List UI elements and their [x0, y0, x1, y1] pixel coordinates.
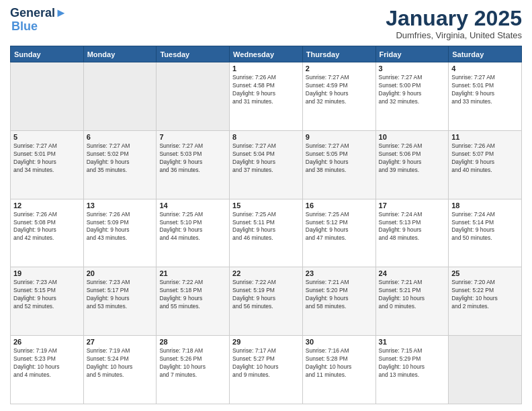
- day-info: Sunrise: 7:27 AM Sunset: 5:03 PM Dayligh…: [159, 142, 226, 175]
- day-info: Sunrise: 7:24 AM Sunset: 5:14 PM Dayligh…: [451, 211, 519, 243]
- calendar-cell: 9Sunrise: 7:27 AM Sunset: 5:05 PM Daylig…: [302, 130, 375, 199]
- day-info: Sunrise: 7:26 AM Sunset: 5:07 PM Dayligh…: [451, 142, 519, 175]
- day-number: 6: [87, 133, 154, 141]
- day-number: 16: [306, 201, 373, 210]
- calendar-cell: 14Sunrise: 7:25 AM Sunset: 5:10 PM Dayli…: [157, 199, 230, 267]
- header: General► Blue January 2025 Dumfries, Vir…: [10, 7, 522, 40]
- day-number: 7: [159, 133, 226, 141]
- col-header-thursday: Thursday: [302, 46, 375, 62]
- day-info: Sunrise: 7:23 AM Sunset: 5:15 PM Dayligh…: [13, 279, 81, 311]
- calendar-cell: 29Sunrise: 7:17 AM Sunset: 5:27 PM Dayli…: [230, 336, 303, 404]
- calendar-cell: 7Sunrise: 7:27 AM Sunset: 5:03 PM Daylig…: [157, 130, 230, 199]
- day-number: 9: [306, 133, 373, 141]
- day-number: 17: [379, 201, 446, 210]
- day-number: 24: [379, 269, 446, 277]
- calendar-cell: 8Sunrise: 7:27 AM Sunset: 5:04 PM Daylig…: [230, 130, 303, 199]
- day-info: Sunrise: 7:27 AM Sunset: 5:02 PM Dayligh…: [87, 142, 154, 175]
- day-info: Sunrise: 7:19 AM Sunset: 5:23 PM Dayligh…: [13, 347, 81, 379]
- calendar-cell: 19Sunrise: 7:23 AM Sunset: 5:15 PM Dayli…: [11, 267, 84, 336]
- day-number: 13: [87, 201, 154, 210]
- calendar-cell: 24Sunrise: 7:21 AM Sunset: 5:21 PM Dayli…: [375, 267, 449, 336]
- day-info: Sunrise: 7:26 AM Sunset: 5:08 PM Dayligh…: [13, 211, 81, 243]
- calendar-header-row: SundayMondayTuesdayWednesdayThursdayFrid…: [11, 46, 522, 62]
- day-info: Sunrise: 7:26 AM Sunset: 5:06 PM Dayligh…: [379, 142, 446, 175]
- day-number: 21: [159, 269, 226, 277]
- day-number: 11: [451, 133, 519, 141]
- logo-general: General: [10, 6, 55, 19]
- col-header-tuesday: Tuesday: [157, 46, 230, 62]
- day-number: 18: [451, 201, 519, 210]
- calendar-cell: 1Sunrise: 7:26 AM Sunset: 4:58 PM Daylig…: [230, 62, 303, 131]
- calendar-cell: 26Sunrise: 7:19 AM Sunset: 5:23 PM Dayli…: [11, 336, 84, 404]
- calendar-cell: 22Sunrise: 7:22 AM Sunset: 5:19 PM Dayli…: [230, 267, 303, 336]
- col-header-wednesday: Wednesday: [230, 46, 303, 62]
- day-info: Sunrise: 7:18 AM Sunset: 5:26 PM Dayligh…: [159, 347, 226, 379]
- day-info: Sunrise: 7:25 AM Sunset: 5:11 PM Dayligh…: [232, 211, 300, 243]
- day-info: Sunrise: 7:25 AM Sunset: 5:12 PM Dayligh…: [306, 211, 373, 243]
- day-info: Sunrise: 7:27 AM Sunset: 5:01 PM Dayligh…: [13, 142, 81, 175]
- calendar-cell: 31Sunrise: 7:15 AM Sunset: 5:29 PM Dayli…: [375, 336, 449, 404]
- calendar-page: General► Blue January 2025 Dumfries, Vir…: [0, 0, 532, 411]
- day-info: Sunrise: 7:27 AM Sunset: 5:00 PM Dayligh…: [379, 74, 446, 106]
- day-info: Sunrise: 7:27 AM Sunset: 5:01 PM Dayligh…: [451, 74, 519, 106]
- day-number: 19: [13, 269, 81, 277]
- calendar-cell: 27Sunrise: 7:19 AM Sunset: 5:24 PM Dayli…: [83, 336, 157, 404]
- day-info: Sunrise: 7:19 AM Sunset: 5:24 PM Dayligh…: [87, 347, 154, 379]
- calendar-cell: 25Sunrise: 7:20 AM Sunset: 5:22 PM Dayli…: [449, 267, 522, 336]
- day-info: Sunrise: 7:25 AM Sunset: 5:10 PM Dayligh…: [159, 211, 226, 243]
- day-number: 27: [87, 338, 154, 346]
- day-number: 10: [379, 133, 446, 141]
- day-number: 25: [451, 269, 519, 277]
- day-info: Sunrise: 7:27 AM Sunset: 5:05 PM Dayligh…: [306, 142, 373, 175]
- calendar-cell: 5Sunrise: 7:27 AM Sunset: 5:01 PM Daylig…: [11, 130, 84, 199]
- day-number: 1: [232, 64, 300, 73]
- day-info: Sunrise: 7:22 AM Sunset: 5:18 PM Dayligh…: [159, 279, 226, 311]
- day-info: Sunrise: 7:27 AM Sunset: 4:59 PM Dayligh…: [306, 74, 373, 106]
- day-number: 26: [13, 338, 81, 346]
- calendar-cell: 21Sunrise: 7:22 AM Sunset: 5:18 PM Dayli…: [157, 267, 230, 336]
- col-header-friday: Friday: [375, 46, 449, 62]
- day-number: 15: [232, 201, 300, 210]
- logo: General► Blue: [10, 7, 67, 32]
- calendar-cell: [449, 336, 522, 404]
- day-number: 2: [306, 64, 373, 73]
- day-info: Sunrise: 7:17 AM Sunset: 5:27 PM Dayligh…: [232, 347, 300, 379]
- calendar-cell: 28Sunrise: 7:18 AM Sunset: 5:26 PM Dayli…: [157, 336, 230, 404]
- calendar-week-row: 1Sunrise: 7:26 AM Sunset: 4:58 PM Daylig…: [11, 62, 522, 131]
- col-header-sunday: Sunday: [11, 46, 84, 62]
- day-number: 29: [232, 338, 300, 346]
- calendar-cell: 18Sunrise: 7:24 AM Sunset: 5:14 PM Dayli…: [449, 199, 522, 267]
- location: Dumfries, Virginia, United States: [386, 30, 522, 40]
- day-info: Sunrise: 7:20 AM Sunset: 5:22 PM Dayligh…: [451, 279, 519, 311]
- day-number: 4: [451, 64, 519, 73]
- day-info: Sunrise: 7:24 AM Sunset: 5:13 PM Dayligh…: [379, 211, 446, 243]
- day-info: Sunrise: 7:15 AM Sunset: 5:29 PM Dayligh…: [379, 347, 446, 379]
- day-info: Sunrise: 7:27 AM Sunset: 5:04 PM Dayligh…: [232, 142, 300, 175]
- calendar-cell: 3Sunrise: 7:27 AM Sunset: 5:00 PM Daylig…: [375, 62, 449, 131]
- day-number: 8: [232, 133, 300, 141]
- calendar-cell: 4Sunrise: 7:27 AM Sunset: 5:01 PM Daylig…: [449, 62, 522, 131]
- col-header-saturday: Saturday: [449, 46, 522, 62]
- day-number: 23: [306, 269, 373, 277]
- day-info: Sunrise: 7:26 AM Sunset: 5:09 PM Dayligh…: [87, 211, 154, 243]
- day-number: 12: [13, 201, 81, 210]
- calendar-week-row: 19Sunrise: 7:23 AM Sunset: 5:15 PM Dayli…: [11, 267, 522, 336]
- day-number: 14: [159, 201, 226, 210]
- day-info: Sunrise: 7:26 AM Sunset: 4:58 PM Dayligh…: [232, 74, 300, 106]
- day-info: Sunrise: 7:23 AM Sunset: 5:17 PM Dayligh…: [87, 279, 154, 311]
- calendar-cell: 6Sunrise: 7:27 AM Sunset: 5:02 PM Daylig…: [83, 130, 157, 199]
- calendar-week-row: 12Sunrise: 7:26 AM Sunset: 5:08 PM Dayli…: [11, 199, 522, 267]
- calendar-cell: 30Sunrise: 7:16 AM Sunset: 5:28 PM Dayli…: [302, 336, 375, 404]
- calendar-cell: [157, 62, 230, 131]
- calendar-cell: [83, 62, 157, 131]
- day-info: Sunrise: 7:16 AM Sunset: 5:28 PM Dayligh…: [306, 347, 373, 379]
- day-info: Sunrise: 7:21 AM Sunset: 5:20 PM Dayligh…: [306, 279, 373, 311]
- day-info: Sunrise: 7:21 AM Sunset: 5:21 PM Dayligh…: [379, 279, 446, 311]
- day-number: 28: [159, 338, 226, 346]
- calendar-cell: [11, 62, 84, 131]
- day-number: 22: [232, 269, 300, 277]
- calendar-cell: 10Sunrise: 7:26 AM Sunset: 5:06 PM Dayli…: [375, 130, 449, 199]
- calendar-cell: 16Sunrise: 7:25 AM Sunset: 5:12 PM Dayli…: [302, 199, 375, 267]
- day-number: 5: [13, 133, 81, 141]
- day-number: 20: [87, 269, 154, 277]
